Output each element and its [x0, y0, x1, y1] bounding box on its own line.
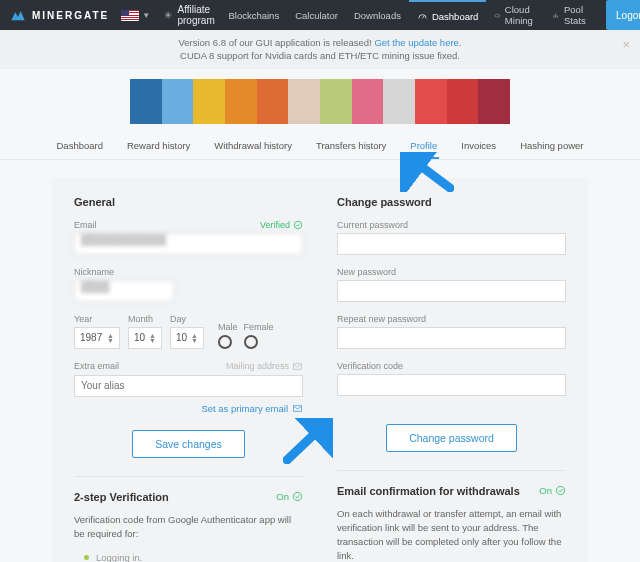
svg-point-3	[293, 492, 301, 500]
check-circle-icon	[292, 491, 303, 502]
tab-invoices[interactable]: Invoices	[459, 134, 498, 159]
set-primary-link[interactable]: Set as primary email	[74, 403, 303, 414]
extra-email-label: Extra email	[74, 361, 119, 371]
year-select[interactable]: 1987▲▼	[74, 327, 120, 349]
nav-calculator[interactable]: Calculator	[287, 0, 346, 30]
new-password-label: New password	[337, 267, 396, 277]
tab-withdrawal-history[interactable]: Withdrawal history	[212, 134, 294, 159]
affiliate-link[interactable]: Affiliate program	[164, 4, 220, 26]
release-notice: Version 6.8 of our GUI application is re…	[0, 30, 640, 69]
twostep-desc: Verification code from Google Authentica…	[74, 513, 303, 542]
logout-button[interactable]: Logout	[606, 0, 640, 30]
nickname-label: Nickname	[74, 267, 114, 277]
list-item: Logging in.	[84, 549, 303, 562]
spinner-icon: ▲▼	[191, 333, 198, 343]
nav-cloud-mining[interactable]: Cloud Mining	[486, 0, 545, 30]
general-heading: General	[74, 196, 303, 208]
current-password-label: Current password	[337, 220, 408, 230]
year-label: Year	[74, 314, 120, 324]
verified-badge: Verified	[260, 220, 303, 230]
us-flag-icon	[121, 10, 139, 21]
female-radio[interactable]	[244, 335, 258, 349]
affiliate-label: Affiliate program	[177, 4, 220, 26]
logo-icon	[10, 7, 26, 23]
svg-rect-2	[293, 405, 301, 411]
day-select[interactable]: 10▲▼	[170, 327, 204, 349]
svg-point-0	[294, 221, 302, 229]
svg-point-4	[556, 486, 564, 494]
check-circle-icon	[555, 485, 566, 496]
promo-banner[interactable]	[130, 79, 510, 124]
verification-code-field[interactable]	[337, 374, 566, 396]
envelope-icon	[292, 361, 303, 372]
female-label: Female	[244, 322, 274, 332]
extra-email-field[interactable]	[74, 375, 303, 397]
annotation-arrow	[283, 418, 333, 464]
current-password-field[interactable]	[337, 233, 566, 255]
repeat-password-label: Repeat new password	[337, 314, 426, 324]
day-label: Day	[170, 314, 204, 324]
nav-downloads[interactable]: Downloads	[346, 0, 409, 30]
mailing-address-hint: Mailing address	[226, 361, 303, 372]
annotation-arrow	[400, 152, 454, 192]
tab-transfers-history[interactable]: Transfers history	[314, 134, 388, 159]
cloud-icon	[494, 10, 500, 21]
gauge-icon	[417, 11, 428, 22]
profile-subtabs: Dashboard Reward history Withdrawal hist…	[0, 130, 640, 160]
nav-pool-stats[interactable]: Pool Stats	[545, 0, 598, 30]
email-conf-heading: Email confirmation for withdrawals	[337, 485, 520, 497]
tab-hashing-power[interactable]: Hashing power	[518, 134, 585, 159]
envelope-icon	[292, 403, 303, 414]
update-link[interactable]: Get the update here	[374, 37, 459, 48]
new-password-field[interactable]	[337, 280, 566, 302]
change-password-button[interactable]: Change password	[386, 424, 517, 452]
brand-name: MINERGATE	[32, 10, 109, 21]
change-password-heading: Change password	[337, 196, 566, 208]
month-select[interactable]: 10▲▼	[128, 327, 162, 349]
caret-down-icon: ▼	[142, 11, 150, 20]
check-circle-icon	[293, 220, 303, 230]
twostep-heading: 2-step Verification	[74, 491, 169, 503]
stats-icon	[553, 10, 560, 21]
email-field[interactable]: ████████████	[74, 233, 303, 255]
email-conf-status: On	[539, 485, 566, 496]
male-label: Male	[218, 322, 238, 332]
save-changes-button[interactable]: Save changes	[132, 430, 245, 458]
month-label: Month	[128, 314, 162, 324]
snowflake-icon	[164, 8, 172, 22]
male-radio[interactable]	[218, 335, 232, 349]
tab-dashboard[interactable]: Dashboard	[54, 134, 104, 159]
tab-reward-history[interactable]: Reward history	[125, 134, 192, 159]
repeat-password-field[interactable]	[337, 327, 566, 349]
language-selector[interactable]: ▼	[121, 10, 150, 21]
spinner-icon: ▲▼	[149, 333, 156, 343]
spinner-icon: ▲▼	[107, 333, 114, 343]
nav-dashboard[interactable]: Dashboard	[409, 0, 486, 30]
nav-blockchains[interactable]: Blockchains	[220, 0, 287, 30]
verification-code-label: Verification code	[337, 361, 403, 371]
svg-rect-1	[293, 363, 301, 369]
nickname-field[interactable]: ████	[74, 280, 174, 302]
close-icon[interactable]: ×	[622, 36, 630, 54]
twostep-requirements: Logging in. Changing password. Withdrawi…	[84, 549, 303, 562]
brand-logo[interactable]: MINERGATE	[10, 7, 109, 23]
twostep-status: On	[276, 491, 303, 502]
email-conf-desc: On each withdrawal or transfer attempt, …	[337, 507, 566, 562]
email-label: Email	[74, 220, 97, 230]
